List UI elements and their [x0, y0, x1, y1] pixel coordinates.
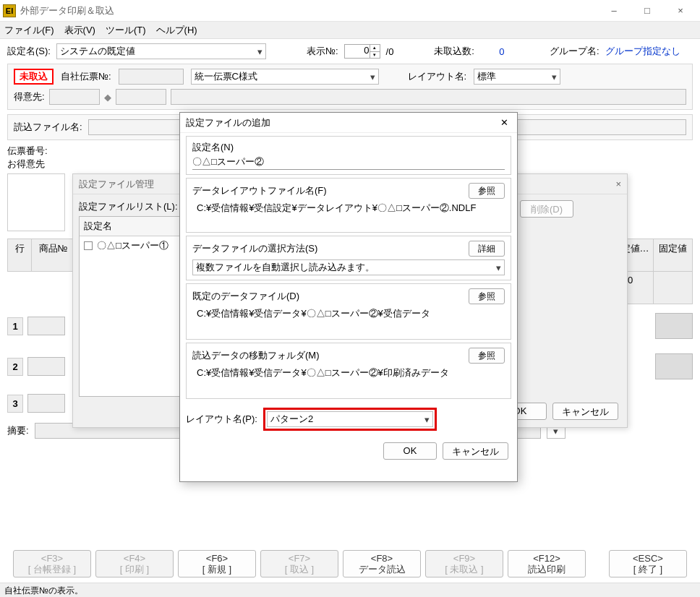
- customer-label: 得意先:: [14, 90, 45, 103]
- status-bar: 自社伝票№の表示。: [0, 583, 700, 597]
- dlg1-delete-button[interactable]: 削除(D): [520, 200, 573, 218]
- f7-button[interactable]: <F7>[ 取込 ]: [260, 550, 338, 577]
- dlg1-cancel-button[interactable]: キャンセル: [552, 403, 618, 420]
- dlg2-movedir-browse-button[interactable]: 参照: [469, 348, 505, 364]
- displayno-total: /0: [386, 46, 394, 57]
- otokui-panel: [7, 173, 65, 231]
- f9-button[interactable]: <F9>[ 未取込 ]: [425, 550, 503, 577]
- row-3: 3: [7, 395, 23, 413]
- f12-button[interactable]: <F12>読込印刷: [508, 550, 586, 577]
- function-keys: <F3>[ 台帳登録 ] <F4>[ 印刷 ] <F6>[ 新規 ] <F7>[…: [0, 546, 700, 581]
- dialog-file-add: 設定ファイルの追加 ✕ 設定名(N) 〇△□スーパー② データレイアウトファイル…: [179, 112, 518, 482]
- f8-button[interactable]: <F8>データ読込: [343, 550, 421, 577]
- format-value: 統一伝票C様式: [195, 70, 257, 83]
- f3-button[interactable]: <F3>[ 台帳登録 ]: [13, 550, 91, 577]
- col-dummy3: 固定値: [654, 239, 693, 272]
- dlg2-layoutfile-value: C:¥受信情報¥受信設定¥データレイアウト¥〇△□スーパー②.NDLF: [192, 199, 505, 228]
- settingname-combo[interactable]: システムの既定値 ▾: [56, 43, 266, 59]
- cell-2[interactable]: [27, 357, 65, 376]
- chevron-down-icon: ▾: [496, 262, 501, 273]
- cell-2r[interactable]: [655, 353, 693, 379]
- layout-combo[interactable]: 標準 ▾: [474, 69, 560, 85]
- format-combo[interactable]: 統一伝票C様式 ▾: [191, 69, 379, 85]
- app-icon: EI: [3, 4, 16, 17]
- dlg2-layout-combo[interactable]: パターン2 ▾: [267, 411, 433, 427]
- dlg2-movedir-section: 読込データの移動フォルダ(M) 参照 C:¥受信情報¥受信データ¥〇△□スーパー…: [186, 343, 511, 399]
- ownslip-field[interactable]: [119, 69, 184, 85]
- window-title: 外部データ印刷＆取込: [20, 4, 597, 17]
- summary-label: 摘要:: [7, 424, 29, 437]
- settingname-value: システムの既定値: [60, 45, 135, 58]
- menu-help[interactable]: ヘルプ(H): [156, 24, 197, 37]
- notimported-value: 0: [480, 46, 524, 57]
- cell-3[interactable]: [27, 394, 65, 413]
- header-box: 未取込 自社伝票№: 統一伝票C様式 ▾ レイアウト名: 標準 ▾ 得意先: ◆: [7, 64, 693, 110]
- dlg1-close-button[interactable]: ×: [615, 179, 621, 189]
- dlg2-layoutfile-browse-button[interactable]: 参照: [469, 183, 505, 199]
- col-row: 行: [7, 239, 32, 272]
- menu-view[interactable]: 表示(V): [64, 24, 95, 37]
- row-2: 2: [7, 358, 23, 376]
- dlg2-name-section: 設定名(N) 〇△□スーパー②: [186, 136, 511, 175]
- close-button[interactable]: ×: [664, 0, 697, 22]
- chevron-down-icon: ▾: [552, 72, 557, 82]
- dlg2-defdata-value: C:¥受信情報¥受信データ¥〇△□スーパー②¥受信データ: [192, 304, 505, 335]
- dlg2-layout-value: パターン2: [270, 413, 313, 426]
- readfile-label: 読込ファイル名:: [14, 121, 82, 134]
- menu-bar: ファイル(F) 表示(V) ツール(T) ヘルプ(H): [0, 22, 700, 39]
- spin-up-icon[interactable]: ▴: [370, 45, 380, 52]
- top-row: 設定名(S): システムの既定値 ▾ 表示№: 0 ▴▾ /0 未取込数: 0 …: [0, 39, 700, 64]
- dlg2-title: 設定ファイルの追加: [186, 116, 270, 129]
- minimize-button[interactable]: –: [597, 0, 631, 22]
- f6-button[interactable]: <F6>[ 新規 ]: [178, 550, 256, 577]
- dlg2-layoutfile-label: データレイアウトファイル名(F): [192, 184, 327, 197]
- chevron-down-icon: ▾: [257, 46, 262, 57]
- menu-tool[interactable]: ツール(T): [106, 24, 146, 37]
- notimported-label: 未取込数:: [434, 45, 474, 58]
- menu-file[interactable]: ファイル(F): [4, 24, 54, 37]
- notimported-badge: 未取込: [14, 69, 54, 85]
- dlg2-close-button[interactable]: ✕: [497, 117, 511, 128]
- slipno-label: 伝票番号:: [7, 145, 48, 156]
- customer-sub[interactable]: [116, 89, 166, 105]
- displayno-value: 0: [364, 45, 369, 56]
- col-item: 商品№: [32, 239, 75, 272]
- layout-label: レイアウト名:: [408, 70, 467, 83]
- customer-name[interactable]: [171, 89, 686, 105]
- dlg2-selmethod-section: データファイルの選択方法(S) 詳細 複数ファイルを自動選択し読み込みます。 ▾: [186, 236, 511, 280]
- row-1: 1: [7, 317, 23, 335]
- cell-1[interactable]: [27, 317, 65, 335]
- dlg2-ok-button[interactable]: OK: [383, 442, 437, 460]
- dlg2-selmethod-detail-button[interactable]: 詳細: [469, 241, 505, 257]
- displayno-spin[interactable]: 0 ▴▾: [344, 44, 380, 59]
- dlg1-title: 設定ファイル管理: [79, 178, 154, 191]
- checkbox-icon[interactable]: [84, 241, 93, 250]
- layout-value: 標準: [477, 70, 496, 83]
- cell-1r[interactable]: [655, 313, 693, 339]
- customer-code[interactable]: [49, 89, 100, 105]
- dlg2-name-label: 設定名(N): [192, 141, 505, 154]
- dlg2-movedir-label: 読込データの移動フォルダ(M): [192, 349, 320, 362]
- esc-button[interactable]: <ESC>[ 終了 ]: [609, 550, 687, 577]
- dlg2-selmethod-value: 複数ファイルを自動選択し読み込みます。: [196, 261, 375, 274]
- dlg2-layout-row: レイアウト名(P): パターン2 ▾: [180, 402, 517, 437]
- settingname-label: 設定名(S):: [7, 45, 51, 58]
- spin-down-icon[interactable]: ▾: [370, 52, 380, 59]
- dlg2-movedir-value: C:¥受信情報¥受信データ¥〇△□スーパー②¥印刷済みデータ: [192, 364, 505, 394]
- window-titlebar: EI 外部データ印刷＆取込 – □ ×: [0, 0, 700, 22]
- group-value[interactable]: グループ指定なし: [605, 45, 680, 58]
- dlg2-selmethod-label: データファイルの選択方法(S): [192, 242, 317, 255]
- maximize-button[interactable]: □: [631, 0, 664, 22]
- dlg2-layout-label: レイアウト名(P):: [186, 413, 257, 426]
- dlg2-selmethod-combo[interactable]: 複数ファイルを自動選択し読み込みます。 ▾: [192, 259, 505, 275]
- dlg2-name-field[interactable]: 〇△□スーパー②: [192, 154, 505, 170]
- dlg2-defdata-browse-button[interactable]: 参照: [469, 288, 505, 304]
- group-label: グループ名:: [550, 45, 599, 58]
- displayno-label: 表示№:: [307, 45, 338, 58]
- dlg2-defdata-label: 既定のデータファイル(D): [192, 290, 299, 303]
- ownslip-label: 自社伝票№:: [61, 70, 111, 83]
- f4-button[interactable]: <F4>[ 印刷 ]: [95, 550, 174, 577]
- col-zero2: [654, 272, 693, 304]
- otokui-label: お得意先: [7, 158, 45, 169]
- dlg2-cancel-button[interactable]: キャンセル: [443, 442, 508, 460]
